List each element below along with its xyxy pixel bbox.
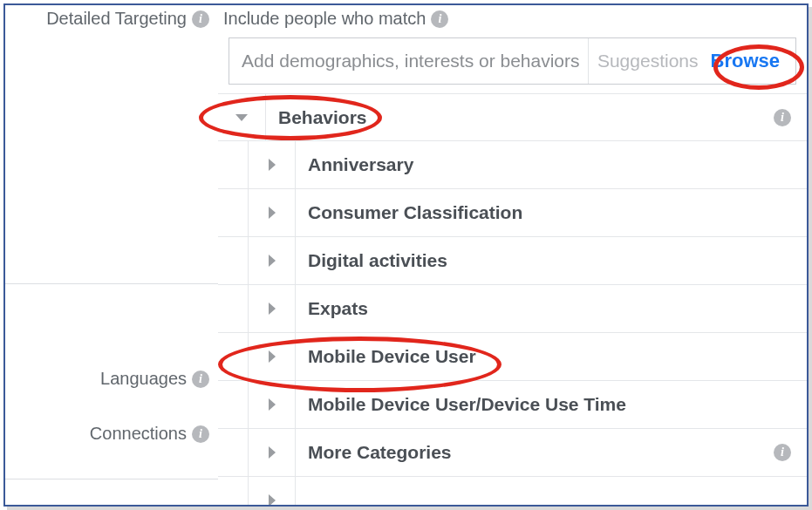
tree-item-digital-activities[interactable]: Digital activities [218, 237, 807, 285]
info-icon[interactable]: i [192, 371, 209, 388]
tree-group-behaviors[interactable]: Behaviors i [218, 93, 807, 141]
tree-item-label: Digital activities [296, 250, 791, 271]
include-header: Include people who match i [218, 5, 807, 37]
behaviors-tree: Behaviors i Anniversary Consumer Classif… [218, 93, 807, 507]
left-column: Detailed Targeting i Languages i Connect… [5, 5, 218, 505]
chevron-right-icon[interactable] [248, 141, 295, 188]
tree-item-consumer-classification[interactable]: Consumer Classification [218, 189, 807, 237]
chevron-right-icon[interactable] [248, 477, 295, 507]
search-input[interactable] [242, 51, 588, 71]
tree-item[interactable] [218, 477, 807, 507]
chevron-right-icon[interactable] [248, 237, 295, 284]
divider [5, 283, 218, 284]
tree-item-label: Mobile Device User [296, 346, 791, 367]
languages-text: Languages [100, 369, 187, 389]
chevron-right-icon[interactable] [248, 381, 295, 428]
tree-item-label: Consumer Classification [296, 202, 791, 223]
targeting-panel: Detailed Targeting i Languages i Connect… [3, 3, 809, 507]
tree-item-expats[interactable]: Expats [218, 285, 807, 333]
chevron-right-icon[interactable] [248, 429, 295, 476]
targeting-search-bar: Suggestions Browse [229, 37, 796, 85]
connections-text: Connections [90, 424, 187, 444]
tree-item-label: Anniversary [296, 154, 791, 175]
tree-item-mobile-device-user[interactable]: Mobile Device User [218, 333, 807, 381]
tree-item-mobile-device-use-time[interactable]: Mobile Device User/Device Use Time [218, 381, 807, 429]
chevron-right-icon[interactable] [248, 285, 295, 332]
divider [5, 479, 218, 479]
tree-item-more-categories[interactable]: More Categories i [218, 429, 807, 477]
tree-item-anniversary[interactable]: Anniversary [218, 141, 807, 189]
tree-item-label: More Categories [296, 442, 772, 463]
chevron-down-icon[interactable] [218, 94, 265, 140]
browse-button[interactable]: Browse [702, 38, 792, 84]
info-icon[interactable]: i [192, 425, 209, 443]
tree-item-label: Expats [296, 298, 791, 319]
info-icon[interactable]: i [774, 444, 791, 461]
connections-label: Connections i [90, 424, 209, 444]
info-icon[interactable]: i [774, 109, 791, 126]
tree-group-label: Behaviors [266, 107, 772, 128]
chevron-right-icon[interactable] [248, 189, 295, 236]
detailed-targeting-text: Detailed Targeting [46, 9, 187, 29]
divider [295, 477, 296, 507]
info-icon[interactable]: i [431, 10, 448, 28]
tree-item-label: Mobile Device User/Device Use Time [296, 394, 791, 415]
right-column: Include people who match i Suggestions B… [218, 5, 807, 505]
chevron-right-icon[interactable] [248, 333, 295, 380]
detailed-targeting-label: Detailed Targeting i [46, 9, 209, 29]
info-icon[interactable]: i [192, 10, 209, 28]
languages-label: Languages i [100, 369, 209, 389]
suggestions-button[interactable]: Suggestions [588, 38, 702, 84]
include-label: Include people who match [223, 9, 426, 29]
